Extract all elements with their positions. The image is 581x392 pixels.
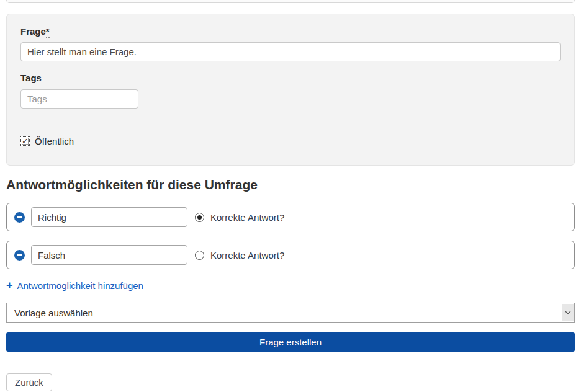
add-answer-link-label: Antwortmöglichkeit hinzufügen <box>17 280 143 291</box>
chevron-down-icon <box>562 304 574 321</box>
correct-answer-label-2: Korrekte Antwort? <box>210 250 284 261</box>
cut-off-panel-bottom <box>6 0 575 3</box>
answer-input-2[interactable] <box>31 245 187 265</box>
oeffentlich-row: ✓ Öffentlich <box>20 136 561 146</box>
create-question-button[interactable]: Frage erstellen <box>6 332 575 352</box>
tags-block: Tags <box>20 73 561 109</box>
correct-answer-label-1: Korrekte Antwort? <box>210 212 284 223</box>
template-select-value: Vorlage auswählen <box>7 308 93 318</box>
back-button[interactable]: Zurück <box>6 373 52 391</box>
tags-label: Tags <box>20 73 42 83</box>
correct-answer-radio-2[interactable] <box>195 251 204 260</box>
checkmark-icon: ✓ <box>22 137 29 145</box>
question-form-panel: Frage* Tags ✓ Öffentlich <box>6 14 575 166</box>
frage-label: Frage <box>20 26 46 37</box>
plus-icon: + <box>6 280 13 291</box>
radio-dot <box>197 215 202 220</box>
correct-answer-radio-1[interactable] <box>195 213 204 222</box>
answer-input-1[interactable] <box>31 207 187 227</box>
remove-answer-icon[interactable] <box>14 250 25 261</box>
remove-answer-icon[interactable] <box>14 212 25 223</box>
add-answer-link[interactable]: + Antwortmöglichkeit hinzufügen <box>6 280 143 291</box>
answer-row-1: Korrekte Antwort? <box>6 203 575 231</box>
answers-heading: Antwortmöglichkeiten für diese Umfrage <box>6 177 575 192</box>
oeffentlich-checkbox[interactable]: ✓ <box>20 136 30 146</box>
template-select[interactable]: Vorlage auswählen <box>6 303 575 323</box>
oeffentlich-label: Öffentlich <box>35 136 74 146</box>
required-marker: * <box>46 26 50 38</box>
frage-input[interactable] <box>20 42 561 61</box>
frage-label-row: Frage* <box>20 26 561 37</box>
answer-row-2: Korrekte Antwort? <box>6 241 575 269</box>
tags-input[interactable] <box>20 89 138 109</box>
